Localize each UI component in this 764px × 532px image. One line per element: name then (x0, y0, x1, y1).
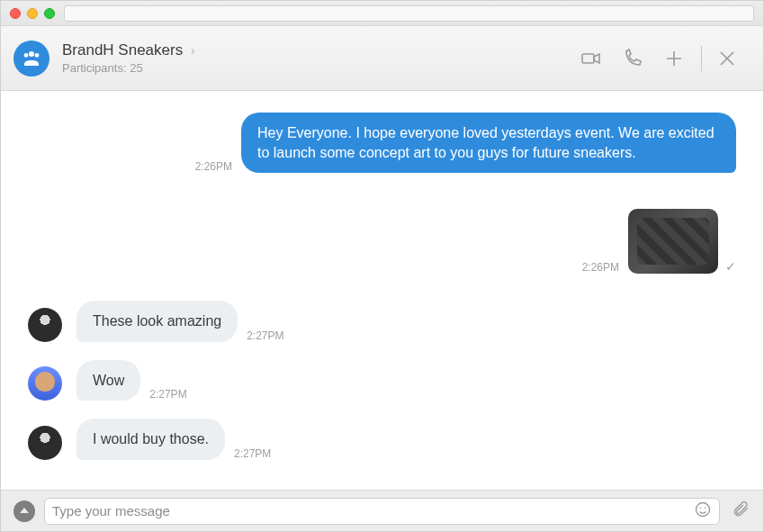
titlebar (1, 1, 763, 26)
svg-point-3 (705, 507, 706, 509)
window-maximize-button[interactable] (44, 8, 55, 19)
image-attachment[interactable] (628, 209, 718, 274)
group-avatar-icon (13, 41, 49, 77)
message-bubble[interactable]: I would buy those. (76, 419, 225, 460)
video-call-button[interactable] (575, 42, 607, 75)
close-button[interactable] (711, 42, 743, 75)
chat-title-text: BrandH Sneakers (62, 41, 183, 59)
window-controls (10, 8, 55, 19)
emoji-icon[interactable] (694, 500, 712, 522)
message-bubble[interactable]: Hey Everyone. I hope everyone loved yest… (241, 113, 736, 173)
address-bar[interactable] (64, 5, 754, 22)
svg-point-2 (700, 507, 702, 509)
message-input[interactable] (52, 503, 694, 518)
attach-icon[interactable] (733, 500, 751, 522)
message-row-incoming: These look amazing 2:27PM (28, 301, 736, 342)
participants-label: Participants: (62, 61, 127, 75)
avatar[interactable] (28, 366, 62, 401)
composer-bar (1, 490, 763, 531)
add-button[interactable] (658, 42, 690, 75)
chat-window: BrandH Sneakers › Participants: 25 2:26P… (0, 0, 764, 532)
message-timestamp: 2:26PM (582, 261, 619, 274)
avatar[interactable] (28, 426, 62, 460)
message-bubble[interactable]: Wow (76, 360, 140, 401)
message-row-outgoing-image: 2:26PM ✓ (28, 209, 736, 274)
message-timestamp: 2:27PM (149, 388, 186, 401)
message-bubble[interactable]: These look amazing (76, 301, 238, 342)
conversation-body[interactable]: 2:26PM Hey Everyone. I hope everyone lov… (1, 91, 763, 490)
history-up-button[interactable] (13, 500, 35, 522)
chevron-right-icon: › (191, 43, 195, 58)
svg-rect-0 (582, 54, 594, 63)
conversation-header: BrandH Sneakers › Participants: 25 (1, 26, 763, 91)
delivered-check-icon: ✓ (725, 259, 736, 274)
message-row-outgoing: 2:26PM Hey Everyone. I hope everyone lov… (28, 113, 736, 173)
message-timestamp: 2:26PM (195, 160, 232, 173)
message-input-wrap (44, 498, 720, 525)
header-separator (701, 46, 702, 71)
avatar[interactable] (28, 308, 62, 342)
message-timestamp: 2:27PM (234, 447, 271, 460)
message-row-incoming: Wow 2:27PM (28, 360, 736, 401)
svg-point-1 (697, 502, 710, 516)
chat-title-block: BrandH Sneakers › Participants: 25 (62, 41, 195, 75)
chat-title[interactable]: BrandH Sneakers › (62, 41, 195, 59)
participants-line: Participants: 25 (62, 61, 195, 75)
message-timestamp: 2:27PM (247, 329, 283, 342)
participants-count: 25 (130, 61, 142, 75)
window-minimize-button[interactable] (27, 8, 38, 19)
voice-call-button[interactable] (616, 42, 649, 75)
window-close-button[interactable] (10, 8, 21, 19)
message-row-incoming: I would buy those. 2:27PM (28, 419, 736, 460)
